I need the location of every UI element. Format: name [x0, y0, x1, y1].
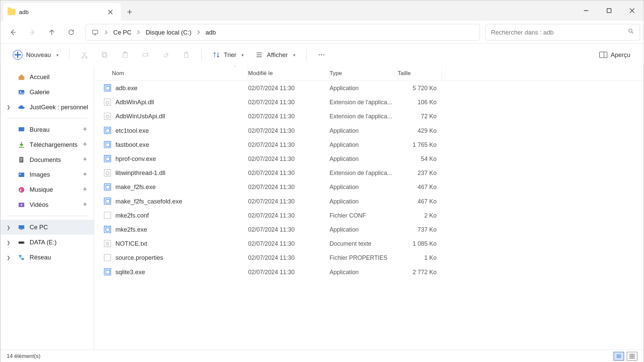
table-row[interactable]: AdbWinUsbApi.dll02/07/2024 11:30Extensio…	[94, 109, 644, 123]
table-row[interactable]: make_f2fs.exe02/07/2024 11:30Application…	[94, 180, 644, 194]
chevron-right-icon[interactable]	[135, 30, 142, 34]
sidebar-item-documents[interactable]: Documents	[0, 152, 94, 167]
column-header-modified[interactable]: Modifié le	[248, 66, 330, 80]
sidebar-item-gallery[interactable]: Galerie	[0, 84, 94, 100]
column-header-size[interactable]: Taille	[398, 66, 442, 80]
table-row[interactable]: fastboot.exe02/07/2024 11:30Application1…	[94, 137, 644, 152]
chevron-right-icon[interactable]	[103, 30, 110, 34]
file-icon	[104, 212, 111, 219]
search-icon[interactable]	[628, 28, 634, 36]
svg-point-3	[82, 57, 83, 58]
sidebar-item-home[interactable]: Accueil	[0, 69, 94, 84]
file-type: Fichier CONF	[329, 212, 397, 219]
file-icon	[104, 84, 111, 92]
thumbnails-view-button[interactable]	[627, 352, 638, 360]
new-tab-button[interactable]	[121, 3, 139, 21]
chevron-right-icon[interactable]: ❯	[7, 225, 10, 230]
pin-icon	[82, 201, 88, 208]
forward-button[interactable]	[23, 23, 41, 41]
table-row[interactable]: hprof-conv.exe02/07/2024 11:30Applicatio…	[94, 152, 644, 166]
svg-rect-28	[630, 354, 632, 356]
file-type: Extension de l'applica...	[329, 170, 397, 176]
search-box[interactable]	[485, 24, 640, 41]
file-name: libwinpthread-1.dll	[115, 169, 165, 176]
file-type: Extension de l'applica...	[329, 113, 397, 120]
chevron-right-icon[interactable]: ❯	[7, 255, 10, 260]
sidebar-item-desktop[interactable]: Bureau	[0, 122, 94, 137]
sidebar-item-network[interactable]: ❯ Réseau	[0, 250, 94, 265]
copy-button[interactable]	[96, 47, 114, 63]
status-bar: 14 élément(s)	[0, 350, 643, 362]
file-size: 429 Ko	[398, 127, 442, 134]
sort-button[interactable]: Trier ▾	[208, 47, 248, 63]
file-name: make_f2fs.exe	[115, 183, 156, 190]
file-modified: 02/07/2024 11:30	[248, 170, 330, 176]
sidebar-item-thispc[interactable]: ❯ Ce PC	[0, 220, 94, 235]
chevron-right-icon[interactable]	[195, 30, 202, 34]
tab-adb[interactable]: adb	[3, 3, 121, 21]
crumb-pc[interactable]: Ce PC	[111, 24, 134, 40]
table-row[interactable]: source.properties02/07/2024 11:30Fichier…	[94, 251, 644, 265]
table-row[interactable]: adb.exe02/07/2024 11:30Application5 720 …	[94, 81, 644, 95]
table-row[interactable]: mke2fs.conf02/07/2024 11:30Fichier CONF2…	[94, 208, 644, 222]
search-input[interactable]	[491, 28, 624, 36]
cut-button[interactable]	[76, 47, 94, 63]
sidebar-item-personal[interactable]: ❯ JustGeek : personnel	[0, 100, 94, 115]
file-modified: 02/07/2024 11:30	[248, 254, 330, 261]
sidebar-item-label: Réseau	[30, 254, 51, 261]
crumb-folder[interactable]: adb	[203, 24, 219, 40]
tab-title: adb	[19, 9, 101, 15]
file-size: 106 Ko	[398, 99, 442, 106]
refresh-button[interactable]	[62, 23, 80, 41]
file-type: Application	[329, 184, 397, 190]
file-name: mke2fs.conf	[115, 212, 149, 219]
svg-point-10	[319, 54, 320, 55]
column-header-name[interactable]: Nom ⌃	[94, 66, 248, 80]
more-button[interactable]	[313, 47, 330, 63]
sidebar-item-data[interactable]: ❯ DATA (E:)	[0, 235, 94, 250]
sidebar-item-videos[interactable]: Vidéos	[0, 197, 94, 212]
table-row[interactable]: sqlite3.exe02/07/2024 11:30Application2 …	[94, 265, 644, 279]
details-view-button[interactable]	[613, 352, 624, 360]
breadcrumb[interactable]: Ce PC Disque local (C:) adb	[86, 24, 480, 41]
column-label: Modifié le	[248, 70, 273, 76]
back-button[interactable]	[4, 23, 22, 41]
up-button[interactable]	[43, 23, 61, 41]
table-row[interactable]: etc1tool.exe02/07/2024 11:30Application4…	[94, 123, 644, 137]
sidebar-item-downloads[interactable]: Téléchargements	[0, 137, 94, 152]
svg-point-12	[323, 54, 324, 55]
close-window-button[interactable]	[621, 0, 644, 21]
file-type: Application	[329, 156, 397, 162]
table-row[interactable]: libwinpthread-1.dll02/07/2024 11:30Exten…	[94, 166, 644, 180]
preview-button[interactable]: Aperçu	[594, 47, 636, 63]
file-name: hprof-conv.exe	[115, 155, 156, 162]
crumb-drive[interactable]: Disque local (C:)	[143, 24, 194, 40]
minimize-button[interactable]	[575, 0, 598, 21]
file-size: 467 Ko	[398, 184, 442, 190]
chevron-right-icon[interactable]: ❯	[7, 240, 10, 245]
file-icon	[104, 127, 111, 134]
column-label: Nom	[112, 70, 124, 76]
rename-button[interactable]	[137, 47, 155, 63]
table-row[interactable]: make_f2fs_casefold.exe02/07/2024 11:30Ap…	[94, 194, 644, 208]
share-button[interactable]	[157, 47, 175, 63]
table-row[interactable]: AdbWinApi.dll02/07/2024 11:30Extension d…	[94, 95, 644, 109]
table-row[interactable]: mke2fs.exe02/07/2024 11:30Application737…	[94, 222, 644, 236]
sidebar-item-pictures[interactable]: Images	[0, 167, 94, 182]
delete-button[interactable]	[177, 47, 195, 63]
file-list: Nom ⌃ Modifié le Type Taille adb.exe02/0…	[94, 66, 644, 350]
folder-icon	[7, 9, 15, 15]
chevron-right-icon[interactable]: ❯	[7, 105, 10, 110]
new-button[interactable]: Nouveau ▾	[8, 47, 63, 63]
view-button[interactable]: Afficher ▾	[251, 47, 300, 63]
maximize-button[interactable]	[598, 0, 621, 21]
music-icon	[17, 186, 25, 194]
tab-close-button[interactable]	[104, 6, 116, 18]
sidebar-item-music[interactable]: Musique	[0, 182, 94, 197]
column-header-type[interactable]: Type	[329, 66, 397, 80]
paste-button[interactable]	[116, 47, 134, 63]
table-row[interactable]: NOTICE.txt02/07/2024 11:30Document texte…	[94, 237, 644, 251]
preview-pane-icon	[599, 52, 607, 58]
file-name: sqlite3.exe	[115, 268, 145, 275]
file-icon	[104, 113, 111, 120]
